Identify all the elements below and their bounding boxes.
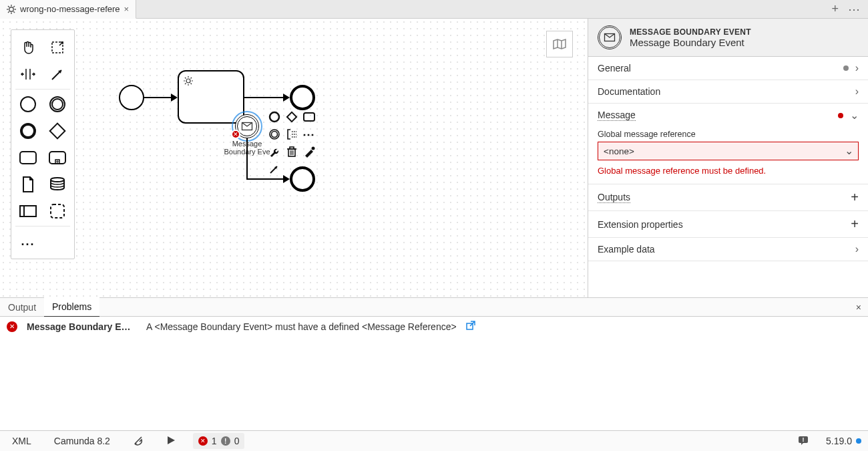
trash-icon[interactable] (284, 144, 299, 159)
svg-marker-58 (168, 436, 175, 444)
section-message: Message ⌄ Global message reference <none… (588, 104, 868, 184)
external-link-icon[interactable] (466, 321, 475, 332)
bottom-tabs: Output Problems × (0, 298, 868, 317)
feedback-button[interactable]: ! (793, 432, 814, 450)
chevron-right-icon: › (855, 86, 859, 98)
svg-line-35 (185, 84, 186, 85)
section-example[interactable]: Example data › (588, 238, 868, 261)
svg-rect-48 (290, 147, 294, 149)
message-reference-select[interactable]: <none> (598, 142, 859, 160)
intermediate-event-icon[interactable] (47, 94, 67, 114)
chevron-down-icon: ⌄ (850, 109, 859, 122)
svg-point-0 (9, 7, 13, 11)
subprocess-icon[interactable] (47, 148, 67, 168)
wrench-icon[interactable] (267, 144, 282, 159)
file-tab-title: wrong-no-message-refere (20, 4, 120, 14)
field-label: Global message reference (598, 130, 859, 139)
tab-output[interactable]: Output (0, 298, 44, 317)
warning-icon: ! (221, 436, 230, 446)
indicator-dot-icon (843, 65, 849, 71)
minimap-toggle[interactable] (546, 31, 573, 57)
element-palette: ... (11, 29, 75, 259)
append-intermediate-icon[interactable] (267, 127, 282, 142)
service-task-node[interactable] (178, 70, 244, 124)
connect-icon[interactable] (267, 162, 282, 176)
svg-rect-40 (304, 113, 314, 121)
section-documentation[interactable]: Documentation › (588, 80, 868, 104)
sequence-flow[interactable] (246, 178, 284, 180)
properties-header: MESSAGE BOUNDARY EVENT Message Boundary … (588, 19, 868, 57)
svg-point-57 (134, 442, 136, 444)
problems-list: Message Boundary E… A <Message Boundary … (0, 317, 868, 430)
svg-rect-19 (20, 152, 36, 164)
bottom-panel: Output Problems × Message Boundary E… A … (0, 297, 868, 430)
task-icon[interactable] (18, 148, 38, 168)
end-event-node[interactable] (290, 85, 315, 110)
svg-point-17 (21, 124, 35, 138)
svg-rect-27 (51, 204, 64, 218)
section-message-header[interactable]: Message ⌄ (588, 104, 868, 127)
pool-icon[interactable] (18, 201, 38, 221)
data-store-icon[interactable] (47, 174, 67, 194)
chevron-right-icon: › (855, 243, 859, 255)
plus-icon[interactable]: + (851, 190, 859, 205)
group-icon[interactable] (47, 201, 67, 221)
lasso-tool-icon[interactable] (47, 37, 67, 57)
svg-line-7 (8, 11, 9, 13)
section-outputs[interactable]: Outputs + (588, 184, 868, 211)
envelope-icon (604, 33, 615, 41)
more-tools-icon[interactable]: ... (18, 231, 38, 251)
annotation-icon[interactable] (284, 127, 299, 142)
hand-tool-icon[interactable] (18, 37, 38, 57)
error-count: 1 (212, 436, 217, 446)
update-dot-icon (856, 438, 861, 444)
data-object-icon[interactable] (18, 174, 38, 194)
problem-row[interactable]: Message Boundary E… A <Message Boundary … (0, 317, 868, 336)
problem-location: Message Boundary E… (27, 321, 137, 332)
problem-message: A <Message Boundary Event> must have a d… (146, 321, 457, 332)
svg-point-52 (312, 147, 315, 150)
sequence-flow[interactable] (144, 97, 172, 98)
tab-bar: wrong-no-message-refere × + ⋯ (0, 0, 868, 19)
warning-count: 0 (234, 436, 240, 446)
append-end-event-icon[interactable] (267, 110, 282, 124)
engine-label[interactable]: Camunda 8.2 (49, 433, 116, 449)
sequence-flow[interactable] (246, 138, 248, 180)
tab-problems[interactable]: Problems (44, 297, 99, 317)
connect-tool-icon[interactable] (47, 64, 67, 84)
xml-toggle[interactable]: XML (7, 433, 37, 449)
diagram-canvas[interactable]: ... MessageBoundary Eve (0, 19, 588, 297)
close-icon[interactable]: × (124, 4, 130, 14)
svg-point-38 (270, 112, 279, 122)
gear-icon (183, 76, 194, 86)
end-event-icon[interactable] (18, 121, 38, 141)
svg-line-6 (13, 11, 15, 13)
new-tab-button[interactable]: + (831, 2, 839, 16)
run-button[interactable] (161, 433, 181, 450)
sequence-flow[interactable] (244, 97, 284, 98)
svg-line-8 (13, 6, 15, 7)
svg-line-36 (191, 78, 192, 79)
close-icon[interactable]: × (849, 302, 868, 313)
error-icon (7, 321, 17, 332)
tab-more-button[interactable]: ⋯ (848, 2, 860, 17)
svg-point-28 (186, 79, 190, 83)
validation-status[interactable]: ✕ 1 ! 0 (193, 433, 245, 449)
file-tab[interactable]: wrong-no-message-refere × (0, 0, 136, 19)
append-gateway-icon[interactable] (284, 110, 299, 124)
gateway-icon[interactable] (47, 121, 67, 141)
version-label[interactable]: 5.19.0 (826, 436, 861, 446)
color-icon[interactable] (302, 144, 316, 159)
svg-point-42 (272, 132, 278, 138)
deploy-button[interactable] (128, 432, 149, 450)
section-extension[interactable]: Extension properties + (588, 211, 868, 238)
start-event-icon[interactable] (18, 94, 38, 114)
plus-icon[interactable]: + (851, 216, 859, 232)
section-general[interactable]: General › (588, 57, 868, 80)
append-task-icon[interactable] (302, 110, 316, 124)
svg-text:!: ! (803, 436, 805, 443)
start-event-node[interactable] (119, 85, 144, 110)
space-tool-icon[interactable] (18, 64, 38, 84)
replace-icon[interactable]: ⋯ (302, 127, 316, 142)
context-pad: ⋯ (267, 110, 316, 176)
